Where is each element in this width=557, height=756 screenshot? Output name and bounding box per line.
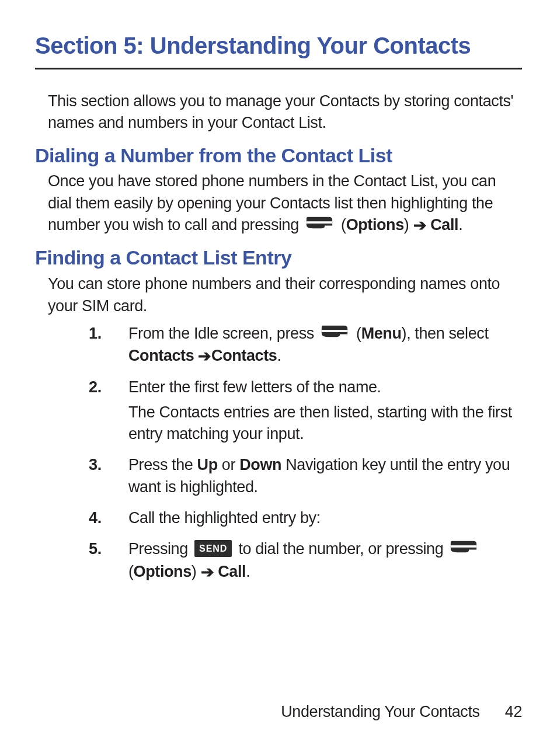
paren: ( [341,216,346,234]
step-4: Call the highlighted entry by: [89,507,522,529]
finding-heading: Finding a Contact List Entry [35,246,522,270]
paren: ) [192,563,201,580]
paren: ( [128,563,134,580]
page-number: 42 [505,703,522,721]
dialing-paragraph: Once you have stored phone numbers in th… [35,170,522,236]
arrow-icon: ➔ [413,215,427,236]
call-label: Call [214,563,246,580]
page-footer: Understanding Your Contacts 42 [281,703,522,721]
dot: . [458,216,462,234]
step-1: From the Idle screen, press (Menu), then… [89,323,522,367]
step1-mid: ), then select [402,325,489,342]
up-key: Up [197,456,218,473]
step3b: or [218,456,239,473]
steps-list: From the Idle screen, press (Menu), then… [35,323,522,583]
step5b: to dial the number, or pressing [239,540,448,558]
step1-text: From the Idle screen, press [128,325,318,342]
intro-paragraph: This section allows you to manage your C… [35,78,522,134]
options-label: Options [346,216,404,234]
step2-sub: The Contacts entries are then listed, st… [128,402,522,445]
paren: ) [404,216,413,234]
dot: . [277,347,281,364]
options-label: Options [134,563,192,580]
manual-page: Section 5: Understanding Your Contacts T… [0,0,557,756]
step5a: Pressing [128,540,192,558]
svg-rect-1 [307,221,332,224]
finding-paragraph: You can store phone numbers and their co… [35,273,522,317]
footer-label: Understanding Your Contacts [281,703,479,720]
step3a: Press the [128,456,197,473]
arrow-icon: ➔ [198,346,211,367]
contacts-label: Contacts [211,347,277,364]
softkey-icon [305,214,333,235]
step2-text: Enter the first few letters of the name. [128,378,381,396]
contacts-label: Contacts [128,347,194,364]
arrow-icon: ➔ [201,562,214,583]
svg-rect-2 [322,330,347,332]
paren: ( [356,325,361,342]
dialing-heading: Dialing a Number from the Contact List [35,144,522,168]
down-key: Down [239,456,281,473]
call-label: Call [426,216,458,234]
softkey-icon [321,322,349,344]
step-3: Press the Up or Down Navigation key unti… [89,454,522,498]
menu-label: Menu [361,325,402,342]
svg-rect-3 [451,545,476,548]
softkey-icon [450,538,478,559]
step-2: Enter the first few letters of the name.… [89,377,522,445]
send-key-icon: SEND [194,540,232,557]
step4-text: Call the highlighted entry by: [128,509,321,527]
step-5: Pressing SEND to dial the number, or pre… [89,538,522,583]
dot: . [246,563,250,580]
section-title: Section 5: Understanding Your Contacts [35,32,522,69]
